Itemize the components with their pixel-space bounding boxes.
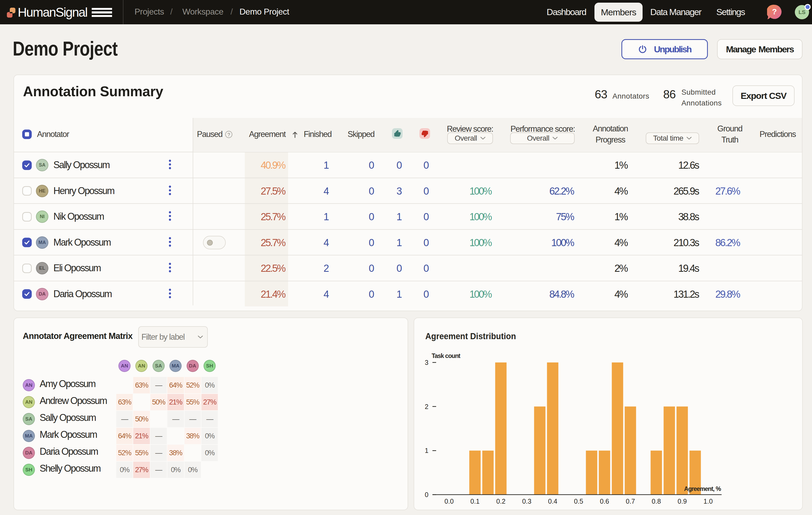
svg-text:0.0: 0.0 bbox=[444, 497, 454, 505]
svg-text:0.1: 0.1 bbox=[470, 497, 480, 505]
svg-text:0.9: 0.9 bbox=[678, 497, 687, 505]
svg-text:Agreement Distribution: Agreement Distribution bbox=[425, 331, 516, 341]
svg-text:0.7: 0.7 bbox=[626, 497, 635, 505]
svg-text:2: 2 bbox=[425, 403, 429, 410]
svg-text:1.0: 1.0 bbox=[704, 497, 713, 505]
svg-text:0.3: 0.3 bbox=[522, 497, 531, 505]
svg-text:Task count: Task count bbox=[432, 352, 460, 359]
svg-text:3: 3 bbox=[425, 359, 429, 366]
svg-text:0.6: 0.6 bbox=[600, 497, 609, 505]
svg-text:0.4: 0.4 bbox=[548, 497, 557, 505]
svg-text:Agreement, %: Agreement, % bbox=[684, 485, 721, 492]
svg-text:0: 0 bbox=[425, 491, 429, 498]
svg-text:0.2: 0.2 bbox=[496, 497, 506, 505]
svg-text:0.5: 0.5 bbox=[574, 497, 583, 505]
svg-text:1: 1 bbox=[425, 447, 429, 454]
svg-text:0.8: 0.8 bbox=[652, 497, 661, 505]
